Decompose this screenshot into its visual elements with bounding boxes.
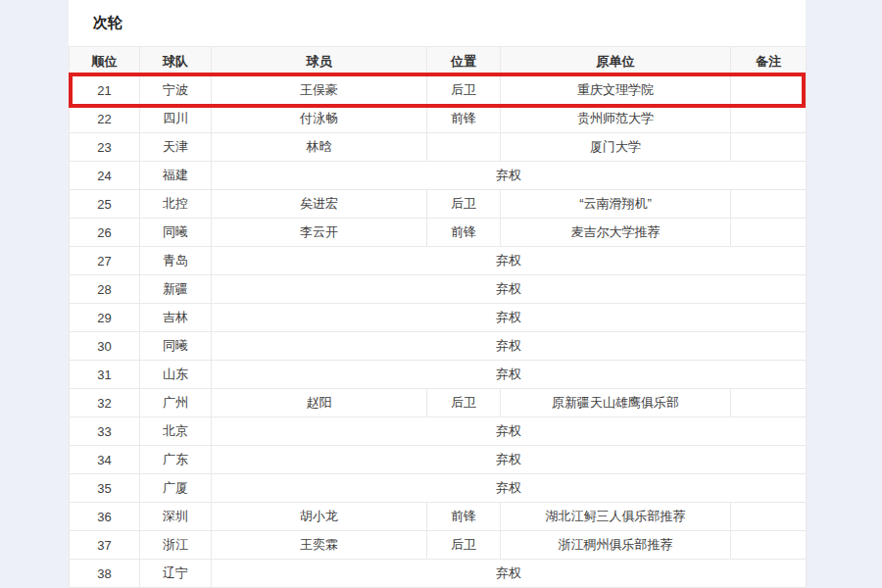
cell-pick: 31	[70, 361, 140, 389]
cell-pick: 22	[70, 105, 140, 133]
table-row: 30同曦弃权	[70, 332, 807, 361]
cell-team: 北京	[140, 417, 212, 446]
cell-team: 同曦	[140, 219, 212, 247]
table-body: 21宁波王俣豪后卫重庆文理学院22四川付泳畅前锋贵州师范大学23天津林晗厦门大学…	[70, 76, 807, 588]
cell-team: 广厦	[140, 474, 212, 503]
draft-table-wrap: 顺位 球队 球员 位置 原单位 备注 21宁波王俣豪后卫重庆文理学院22四川付泳…	[69, 46, 806, 588]
cell-waived: 弃权	[212, 247, 807, 275]
cell-note	[731, 190, 807, 219]
header-pick: 顺位	[70, 47, 140, 76]
table-header: 顺位 球队 球员 位置 原单位 备注	[70, 47, 807, 76]
cell-team: 福建	[140, 162, 212, 190]
cell-origin: 麦吉尔大学推荐	[501, 219, 731, 247]
draft-table: 顺位 球队 球员 位置 原单位 备注 21宁波王俣豪后卫重庆文理学院22四川付泳…	[69, 46, 807, 588]
cell-player: 赵阳	[212, 389, 427, 417]
cell-player: 李云开	[212, 219, 427, 247]
cell-pick: 37	[70, 531, 140, 560]
header-team: 球队	[140, 47, 212, 76]
cell-waived: 弃权	[212, 474, 807, 503]
cell-waived: 弃权	[212, 417, 807, 446]
cell-pick: 34	[70, 446, 140, 474]
cell-team: 广州	[140, 389, 212, 417]
table-row: 38辽宁弃权	[70, 560, 807, 588]
cell-pick: 26	[70, 219, 140, 247]
cell-position: 前锋	[427, 105, 501, 133]
cell-waived: 弃权	[212, 446, 807, 474]
table-row: 31山东弃权	[70, 361, 807, 389]
cell-position: 后卫	[427, 531, 501, 560]
cell-team: 青岛	[140, 247, 212, 275]
cell-pick: 28	[70, 275, 140, 304]
cell-waived: 弃权	[212, 560, 807, 588]
cell-origin: 原新疆天山雄鹰俱乐部	[501, 389, 731, 417]
cell-waived: 弃权	[212, 162, 807, 190]
cell-team: 深圳	[140, 503, 212, 531]
cell-team: 新疆	[140, 275, 212, 304]
table-row: 25北控矣进宏后卫“云南滑翔机”	[70, 190, 807, 219]
cell-player: 王俣豪	[212, 76, 427, 105]
cell-team: 广东	[140, 446, 212, 474]
cell-waived: 弃权	[212, 332, 807, 361]
cell-pick: 38	[70, 560, 140, 588]
cell-position	[427, 133, 501, 162]
table-row: 35广厦弃权	[70, 474, 807, 503]
table-row: 23天津林晗厦门大学	[70, 133, 807, 162]
cell-team: 浙江	[140, 531, 212, 560]
cell-pick: 24	[70, 162, 140, 190]
cell-note	[731, 219, 807, 247]
cell-origin: 湖北江鲟三人俱乐部推荐	[501, 503, 731, 531]
header-position: 位置	[427, 47, 501, 76]
cell-pick: 32	[70, 389, 140, 417]
table-row: 24福建弃权	[70, 162, 807, 190]
cell-pick: 36	[70, 503, 140, 531]
cell-pick: 29	[70, 304, 140, 332]
cell-position: 前锋	[427, 219, 501, 247]
cell-position: 后卫	[427, 389, 501, 417]
table-row: 34广东弃权	[70, 446, 807, 474]
header-player: 球员	[212, 47, 427, 76]
cell-note	[731, 133, 807, 162]
cell-player: 王奕霖	[212, 531, 427, 560]
cell-waived: 弃权	[212, 304, 807, 332]
cell-pick: 30	[70, 332, 140, 361]
cell-origin: 重庆文理学院	[501, 76, 731, 105]
page: 次轮 顺位 球队 球员 位置 原单位 备注 21宁波王俣	[0, 0, 882, 588]
cell-note	[731, 389, 807, 417]
cell-pick: 27	[70, 247, 140, 275]
cell-origin: 贵州师范大学	[501, 105, 731, 133]
cell-pick: 33	[70, 417, 140, 446]
cell-position: 后卫	[427, 190, 501, 219]
cell-origin: 厦门大学	[501, 133, 731, 162]
cell-note	[731, 76, 807, 105]
cell-team: 北控	[140, 190, 212, 219]
cell-player: 矣进宏	[212, 190, 427, 219]
table-row: 32广州赵阳后卫原新疆天山雄鹰俱乐部	[70, 389, 807, 417]
cell-note	[731, 105, 807, 133]
cell-pick: 21	[70, 76, 140, 105]
cell-waived: 弃权	[212, 361, 807, 389]
cell-team: 同曦	[140, 332, 212, 361]
cell-team: 天津	[140, 133, 212, 162]
table-row: 33北京弃权	[70, 417, 807, 446]
cell-player: 林晗	[212, 133, 427, 162]
table-row: 36深圳胡小龙前锋湖北江鲟三人俱乐部推荐	[70, 503, 807, 531]
cell-pick: 23	[70, 133, 140, 162]
cell-team: 四川	[140, 105, 212, 133]
table-row: 37浙江王奕霖后卫浙江稠州俱乐部推荐	[70, 531, 807, 560]
cell-note	[731, 503, 807, 531]
cell-origin: “云南滑翔机”	[501, 190, 731, 219]
section-title: 次轮	[69, 0, 806, 31]
table-row: 26同曦李云开前锋麦吉尔大学推荐	[70, 219, 807, 247]
table-row: 21宁波王俣豪后卫重庆文理学院	[70, 76, 807, 105]
cell-pick: 25	[70, 190, 140, 219]
cell-waived: 弃权	[212, 275, 807, 304]
table-row: 28新疆弃权	[70, 275, 807, 304]
cell-team: 山东	[140, 361, 212, 389]
content-panel: 次轮 顺位 球队 球员 位置 原单位 备注 21宁波王俣	[69, 0, 806, 588]
cell-player: 付泳畅	[212, 105, 427, 133]
cell-note	[731, 531, 807, 560]
header-origin: 原单位	[501, 47, 731, 76]
table-row: 22四川付泳畅前锋贵州师范大学	[70, 105, 807, 133]
header-note: 备注	[731, 47, 807, 76]
cell-position: 后卫	[427, 76, 501, 105]
